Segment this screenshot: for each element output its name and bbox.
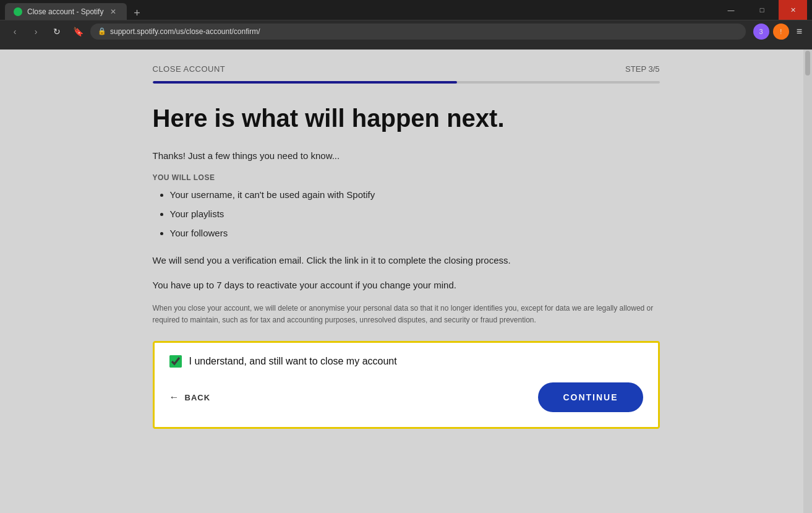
action-row: ← BACK CONTINUE xyxy=(169,382,643,412)
reactivate-text: You have up to 7 days to reactivate your… xyxy=(153,278,660,293)
continue-button[interactable]: CONTINUE xyxy=(538,382,643,412)
progress-bar-container xyxy=(153,81,660,84)
maximize-button[interactable]: □ xyxy=(748,0,776,20)
page-wrapper: CLOSE ACCOUNT STEP 3/5 Here is what will… xyxy=(0,50,812,513)
fine-print-text: When you close your account, we will del… xyxy=(153,303,660,326)
scrollbar-thumb[interactable] xyxy=(805,51,810,75)
list-item: Your username, it can't be used again wi… xyxy=(170,189,660,200)
page-content: CLOSE ACCOUNT STEP 3/5 Here is what will… xyxy=(128,50,685,454)
browser-chrome: Close account - Spotify ✕ + — □ ✕ ‹ › ↻ … xyxy=(0,0,812,50)
scrollbar[interactable] xyxy=(803,50,812,513)
list-item: Your followers xyxy=(170,228,660,238)
main-heading: Here is what will happen next. xyxy=(153,103,660,133)
window-controls: — □ ✕ xyxy=(717,0,807,20)
minimize-button[interactable]: — xyxy=(717,0,745,20)
back-arrow-icon: ← xyxy=(169,392,180,403)
intro-text: Thanks! Just a few things you need to kn… xyxy=(153,150,660,161)
step-label: STEP 3/5 xyxy=(625,64,659,74)
bookmark-button[interactable]: 🔖 xyxy=(69,23,87,40)
extensions-area: 3 ! xyxy=(753,24,789,40)
progress-bar-fill xyxy=(153,81,457,84)
browser-menu-button[interactable]: ≡ xyxy=(793,26,806,37)
understand-checkbox[interactable] xyxy=(169,355,182,368)
reload-button[interactable]: ↻ xyxy=(48,23,66,40)
active-tab[interactable]: Close account - Spotify ✕ xyxy=(5,3,127,20)
lock-icon: 🔒 xyxy=(98,27,106,35)
url-text: support.spotify.com/us/close-account/con… xyxy=(110,27,260,36)
confirmation-box: I understand, and still want to close my… xyxy=(153,341,660,429)
extension-brave-button[interactable]: 3 xyxy=(753,24,769,40)
close-window-button[interactable]: ✕ xyxy=(779,0,807,20)
checkbox-row: I understand, and still want to close my… xyxy=(169,355,643,368)
ext1-badge: 3 xyxy=(759,28,763,35)
page-header: CLOSE ACCOUNT STEP 3/5 xyxy=(153,64,660,74)
back-button[interactable]: ← BACK xyxy=(169,392,211,403)
checkbox-label: I understand, and still want to close my… xyxy=(189,356,397,367)
new-tab-button[interactable]: + xyxy=(129,6,144,20)
nav-bar: ‹ › ↻ 🔖 🔒 support.spotify.com/us/close-a… xyxy=(0,20,812,42)
ext2-badge: ! xyxy=(780,28,782,35)
you-will-lose-label: YOU WILL LOSE xyxy=(153,173,660,182)
back-nav-button[interactable]: ‹ xyxy=(6,23,24,40)
close-account-label: CLOSE ACCOUNT xyxy=(153,64,226,74)
back-label: BACK xyxy=(185,393,211,402)
title-bar: Close account - Spotify ✕ + — □ ✕ xyxy=(0,0,812,20)
tab-favicon xyxy=(14,7,22,16)
tab-title: Close account - Spotify xyxy=(27,7,103,16)
forward-nav-button[interactable]: › xyxy=(27,23,45,40)
loss-list: Your username, it can't be used again wi… xyxy=(153,189,660,238)
extension-alert-button[interactable]: ! xyxy=(773,24,789,40)
tab-bar: Close account - Spotify ✕ + xyxy=(5,0,144,20)
address-bar[interactable]: 🔒 support.spotify.com/us/close-account/c… xyxy=(90,24,746,40)
list-item: Your playlists xyxy=(170,209,660,219)
verification-text: We will send you a verification email. C… xyxy=(153,253,660,268)
tab-close-button[interactable]: ✕ xyxy=(108,7,118,17)
